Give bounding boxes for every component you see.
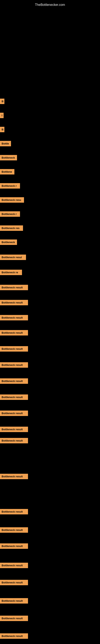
bottleneck-result-item: Bottleneck result: [0, 580, 28, 585]
bottleneck-result-item: Bottleneck result: [0, 509, 28, 514]
bottleneck-result-item: I: [0, 113, 3, 118]
bottleneck-result-item: Bottleneck resu: [0, 197, 24, 203]
bottleneck-result-item: Bottleneck result: [0, 427, 28, 432]
bottleneck-result-item: Bottleneck result: [0, 633, 28, 639]
bottleneck-result-item: Bottleneck result: [0, 362, 28, 368]
bottleneck-result-item: Bottleneck result: [0, 378, 28, 384]
bottleneck-result-item: Bottleneck result: [0, 598, 28, 604]
bottleneck-result-item: Bottleneck re: [0, 270, 22, 275]
bottleneck-result-item: Bottleneck r: [0, 211, 20, 217]
bottleneck-result-item: Bottleneck resul: [0, 254, 26, 260]
bottleneck-result-item: Bottleneck result: [0, 438, 28, 443]
bottleneck-result-item: Bottleneck result: [0, 616, 28, 621]
bottleneck-result-item: Bottle: [0, 141, 11, 146]
bottleneck-result-item: Bottleneck result: [0, 394, 28, 400]
bottleneck-result-item: Bottleneck result: [0, 300, 28, 305]
bottleneck-result-item: Bottleneck result: [0, 330, 28, 336]
site-title: TheBottlenecker.com: [0, 1, 100, 9]
bottleneck-result-item: Bottleneck result: [0, 474, 28, 479]
bottleneck-result-item: Bottleneck result: [0, 346, 28, 352]
bottleneck-result-item: Bottleneck result: [0, 563, 28, 568]
bottleneck-result-item: Bottleneck r: [0, 183, 20, 188]
bottleneck-result-item: Bottlene: [0, 169, 14, 174]
bottleneck-result-item: B: [0, 98, 4, 104]
bottleneck-result-item: Bottleneck result: [0, 285, 28, 290]
bottleneck-result-item: Bottleneck result: [0, 315, 28, 320]
bottleneck-result-item: Bottleneck res: [0, 226, 23, 231]
bottleneck-result-item: B: [0, 127, 4, 132]
bottleneck-result-item: Bottleneck result: [0, 410, 28, 416]
bottleneck-result-item: Bottleneck result: [0, 527, 28, 533]
bottleneck-result-item: Bottleneck: [0, 240, 17, 245]
bottleneck-result-item: Bottleneck: [0, 155, 17, 160]
bottleneck-result-item: Bottleneck result: [0, 544, 28, 549]
